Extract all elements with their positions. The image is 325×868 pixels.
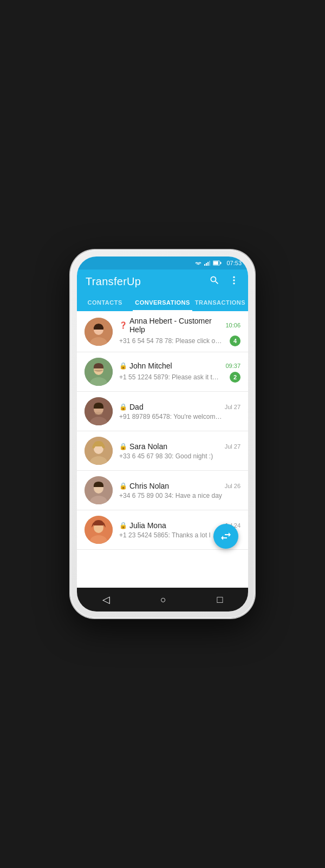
avatar [84, 318, 113, 346]
home-button[interactable]: ○ [160, 594, 166, 606]
conversation-content: 🔒 John Mitchel 09:37 +1 55 1224 5879: Pl… [119, 361, 240, 383]
more-options-icon[interactable] [229, 275, 239, 288]
conversation-item[interactable]: ❓ Anna Hebert - Customer Help 10:06 +31 … [77, 311, 248, 352]
conversation-content: ❓ Anna Hebert - Customer Help 10:06 +31 … [119, 317, 240, 346]
conversation-header: 🔒 Sara Nolan Jul 27 [119, 442, 240, 451]
help-circle-icon: ❓ [119, 321, 127, 329]
conversation-item[interactable]: 🔒 Dad Jul 27 +91 89789 65478: You're wel… [77, 392, 248, 431]
svg-rect-1 [206, 263, 207, 266]
conversation-header: 🔒 Chris Nolan Jul 26 [119, 482, 240, 490]
tab-contacts[interactable]: CONTACTS [77, 294, 133, 311]
back-button[interactable]: ◁ [102, 594, 110, 606]
phone-frame: 07:53 TransferUp CONTACTS [70, 250, 255, 618]
lock-icon: 🔒 [119, 403, 127, 411]
conversation-header: ❓ Anna Hebert - Customer Help 10:06 [119, 317, 240, 334]
svg-point-8 [233, 279, 235, 281]
fab-button[interactable] [213, 524, 238, 549]
conversation-time: 09:37 [225, 363, 240, 369]
lock-icon: 🔒 [119, 522, 127, 529]
tab-transactions[interactable]: TRANSACTIONS [192, 294, 248, 311]
conversation-header: 🔒 Dad Jul 27 [119, 403, 240, 411]
avatar [84, 516, 113, 544]
conversation-name: 🔒 Chris Nolan [119, 482, 169, 490]
svg-rect-6 [213, 261, 218, 265]
conversation-time: Jul 26 [225, 483, 240, 489]
conversation-message: +34 6 75 89 00 34: Have a nice day [119, 492, 222, 499]
lock-icon: 🔒 [119, 482, 127, 490]
svg-point-7 [233, 277, 235, 278]
conversation-preview: +34 6 75 89 00 34: Have a nice day [119, 492, 240, 499]
status-bar: 07:53 [77, 257, 248, 269]
conversation-message: +33 6 45 67 98 30: Good night :) [119, 452, 213, 460]
avatar [84, 358, 113, 386]
conversation-content: 🔒 Dad Jul 27 +91 89789 65478: You're wel… [119, 403, 240, 420]
conversation-name: 🔒 Sara Nolan [119, 442, 167, 451]
conversation-preview: +33 6 45 67 98 30: Good night :) [119, 452, 240, 460]
phone-screen: 07:53 TransferUp CONTACTS [77, 257, 248, 611]
conversation-name: 🔒 Julia Mona [119, 521, 166, 530]
status-icons [194, 260, 222, 266]
conversation-content: 🔒 Sara Nolan Jul 27 +33 6 45 67 98 30: G… [119, 442, 240, 460]
conversation-message: +91 89789 65478: You're welcome ... [119, 413, 222, 420]
conversation-message: +1 55 1224 5879: Please ask it to ... [119, 373, 222, 381]
app-bar-actions [209, 275, 239, 288]
conversation-time: Jul 27 [225, 443, 240, 450]
battery-icon [213, 260, 222, 266]
conversation-item[interactable]: 🔒 Sara Nolan Jul 27 +33 6 45 67 98 30: G… [77, 431, 248, 471]
transfer-icon [219, 530, 232, 543]
conversation-message: +31 6 54 54 78 78: Please click on ... [119, 337, 222, 345]
conversation-item[interactable]: 🔒 Chris Nolan Jul 26 +34 6 75 89 00 34: … [77, 471, 248, 510]
tab-bar: CONTACTS CONVERSATIONS TRANSACTIONS [77, 294, 248, 311]
conversation-item[interactable]: 🔒 John Mitchel 09:37 +1 55 1224 5879: Pl… [77, 352, 248, 392]
conversation-message: +1 23 5424 5865: Thanks a lot I will ... [119, 531, 222, 539]
svg-rect-0 [204, 264, 205, 266]
conversation-name: 🔒 Dad [119, 403, 144, 411]
conversation-name: ❓ Anna Hebert - Customer Help [119, 317, 225, 334]
avatar [84, 397, 113, 425]
conversation-list: ❓ Anna Hebert - Customer Help 10:06 +31 … [77, 311, 248, 588]
tab-conversations[interactable]: CONVERSATIONS [133, 294, 192, 311]
conversation-content: 🔒 Chris Nolan Jul 26 +34 6 75 89 00 34: … [119, 482, 240, 499]
conversation-preview: +31 6 54 54 78 78: Please click on ... 4 [119, 336, 240, 346]
svg-rect-5 [220, 262, 222, 264]
conversation-header: 🔒 John Mitchel 09:37 [119, 361, 240, 370]
app-bar: TransferUp [77, 269, 248, 294]
conversation-preview: +1 55 1224 5879: Please ask it to ... 2 [119, 372, 240, 383]
unread-badge: 2 [230, 372, 240, 383]
svg-point-19 [95, 412, 102, 415]
conversation-time: Jul 27 [225, 404, 240, 410]
nav-bar: ◁ ○ □ [77, 588, 248, 611]
wifi-icon [194, 260, 202, 266]
unread-badge: 4 [230, 336, 240, 346]
conversation-preview: +91 89789 65478: You're welcome ... [119, 413, 240, 420]
svg-rect-3 [209, 261, 210, 266]
svg-point-9 [233, 282, 235, 284]
conversation-name: 🔒 John Mitchel [119, 361, 172, 370]
status-time: 07:53 [226, 260, 242, 266]
conversation-time: 10:06 [225, 322, 240, 328]
app-title: TransferUp [86, 275, 141, 288]
signal-icon [204, 260, 211, 266]
lock-icon: 🔒 [119, 443, 127, 450]
lock-icon: 🔒 [119, 362, 127, 370]
recents-button[interactable]: □ [217, 594, 223, 606]
svg-rect-2 [207, 262, 209, 266]
search-icon[interactable] [209, 275, 220, 288]
avatar [84, 476, 113, 504]
avatar [84, 437, 113, 465]
